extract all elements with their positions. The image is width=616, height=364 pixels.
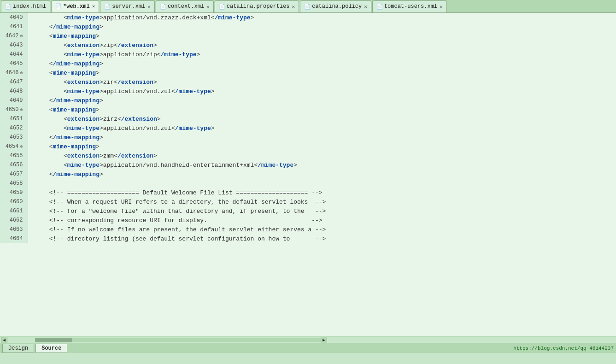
tab-tab-index[interactable]: 📄index.html: [1, 0, 50, 12]
tab-label: context.xml: [168, 3, 204, 10]
scrollbar-track[interactable]: [35, 338, 321, 342]
line-content: <mime-type>application/vnd.zul</mime-typ…: [28, 123, 616, 133]
line-number: 4647: [0, 77, 28, 87]
table-row: 4655 <extension>zmm</extension>: [0, 151, 616, 160]
table-row: 4643 <extension>zip</extension>: [0, 41, 616, 50]
file-icon: 📄: [219, 4, 225, 10]
line-content: </mime-mapping>: [28, 96, 616, 105]
line-number: 4660: [0, 197, 28, 206]
line-content: </mime-mapping>: [28, 59, 616, 68]
line-content: <mime-mapping>: [28, 105, 616, 114]
table-row: 4644 <mime-type>application/zip</mime-ty…: [0, 50, 616, 59]
table-row: 4658: [0, 179, 616, 188]
file-icon: 📄: [160, 4, 166, 10]
bottom-tab-source[interactable]: Source: [35, 344, 67, 353]
line-content: <extension>zir</extension>: [28, 77, 616, 87]
line-number: 4659: [0, 188, 28, 197]
table-row: 4647 <extension>zir</extension>: [0, 77, 616, 87]
file-icon: 📄: [55, 3, 62, 9]
line-number: 4652: [0, 123, 28, 133]
table-row: 4642 <mime-mapping>: [0, 31, 616, 41]
line-number: 4664: [0, 234, 28, 243]
tab-close-btn[interactable]: ✕: [440, 4, 443, 10]
scrollbar-thumb[interactable]: [35, 338, 72, 342]
file-icon: 📄: [104, 4, 111, 10]
line-content: <!-- ==================== Default Welcom…: [28, 188, 616, 197]
table-row: 4664 <!-- directory listing (see default…: [0, 234, 616, 243]
line-content: <!-- directory listing (see default serv…: [28, 234, 616, 243]
table-row: 4645 </mime-mapping>: [0, 59, 616, 68]
table-row: 4640 <mime-type>application/vnd.zzazz.de…: [0, 13, 616, 22]
line-number: 4643: [0, 41, 28, 50]
tab-tab-serverxml[interactable]: 📄server.xml✕: [100, 0, 155, 12]
scroll-right-btn[interactable]: ▶: [321, 337, 327, 343]
file-icon: 📄: [376, 4, 383, 10]
line-content: [28, 179, 616, 188]
line-content: </mime-mapping>: [28, 133, 616, 142]
line-number: 4649: [0, 96, 28, 105]
table-row: 4659 <!-- ==================== Default W…: [0, 188, 616, 197]
line-number: 4641: [0, 22, 28, 31]
code-container[interactable]: 4640 <mime-type>application/vnd.zzazz.de…: [0, 13, 616, 336]
line-content: <mime-type>application/vnd.handheld-ente…: [28, 160, 616, 170]
editor-area: 4640 <mime-type>application/vnd.zzazz.de…: [0, 13, 616, 343]
table-row: 4652 <mime-type>application/vnd.zul</mim…: [0, 123, 616, 133]
scroll-left-btn[interactable]: ◀: [1, 337, 7, 343]
table-row: 4663 <!-- If no welcome files are presen…: [0, 225, 616, 234]
tab-tab-catalinaprops[interactable]: 📄catalina.properties✕: [215, 0, 299, 12]
tab-close-btn[interactable]: ✕: [364, 4, 367, 10]
tab-tab-contextxml[interactable]: 📄context.xml✕: [156, 0, 214, 12]
table-row: 4653 </mime-mapping>: [0, 133, 616, 142]
line-content: <mime-type>application/vnd.zul</mime-typ…: [28, 87, 616, 96]
line-content: <extension>zirz</extension>: [28, 114, 616, 123]
line-number: 4658: [0, 179, 28, 188]
line-number: 4663: [0, 225, 28, 234]
table-row: 4646 <mime-mapping>: [0, 68, 616, 77]
tab-close-btn[interactable]: ✕: [92, 3, 95, 9]
line-number: 4650: [0, 105, 28, 114]
table-row: 4661 <!-- for a "welcome file" within th…: [0, 206, 616, 216]
line-content: <mime-mapping>: [28, 31, 616, 41]
tab-label: tomcat-users.xml: [384, 3, 437, 10]
line-content: <extension>zip</extension>: [28, 41, 616, 50]
line-number: 4654: [0, 142, 28, 151]
line-content: </mime-mapping>: [28, 22, 616, 31]
tab-tab-tomcatusers[interactable]: 📄tomcat-users.xml✕: [372, 0, 447, 12]
line-content: <!-- When a request URI refers to a dire…: [28, 197, 616, 206]
tab-close-btn[interactable]: ✕: [206, 4, 210, 10]
line-number: 4662: [0, 216, 28, 225]
line-content: <mime-mapping>: [28, 142, 616, 151]
tab-label: index.html: [13, 3, 46, 10]
bottom-url: https://blog.csdn.net/qq_46144237: [513, 346, 614, 351]
bottom-tab-design[interactable]: Design: [2, 344, 34, 353]
table-row: 4657 </mime-mapping>: [0, 170, 616, 179]
horizontal-scrollbar[interactable]: ◀ ▶: [0, 336, 616, 343]
line-content: <mime-mapping>: [28, 68, 616, 77]
tab-label: catalina.policy: [312, 3, 362, 10]
table-row: 4649 </mime-mapping>: [0, 96, 616, 105]
line-content: <mime-type>application/vnd.zzazz.deck+xm…: [28, 13, 616, 22]
table-row: 4660 <!-- When a request URI refers to a…: [0, 197, 616, 206]
line-content: <!-- corresponding resource URI for disp…: [28, 216, 616, 225]
line-content: <extension>zmm</extension>: [28, 151, 616, 160]
line-number: 4653: [0, 133, 28, 142]
table-row: 4656 <mime-type>application/vnd.handheld…: [0, 160, 616, 170]
file-icon: 📄: [304, 4, 311, 10]
line-number: 4648: [0, 87, 28, 96]
line-number: 4655: [0, 151, 28, 160]
file-icon: 📄: [5, 4, 12, 10]
table-row: 4648 <mime-type>application/vnd.zul</mim…: [0, 87, 616, 96]
tab-close-btn[interactable]: ✕: [292, 4, 295, 10]
tab-close-btn[interactable]: ✕: [147, 4, 151, 10]
tab-tab-catalinapolicy[interactable]: 📄catalina.policy✕: [300, 0, 371, 12]
tab-tab-webxml[interactable]: 📄*web.xml✕: [51, 0, 99, 12]
line-content: <!-- If no welcome files are present, th…: [28, 225, 616, 234]
table-row: 4662 <!-- corresponding resource URI for…: [0, 216, 616, 225]
table-row: 4641 </mime-mapping>: [0, 22, 616, 31]
table-row: 4651 <extension>zirz</extension>: [0, 114, 616, 123]
line-content: <mime-type>application/zip</mime-type>: [28, 50, 616, 59]
tab-label: catalina.properties: [227, 3, 290, 10]
line-number: 4661: [0, 206, 28, 216]
code-table: 4640 <mime-type>application/vnd.zzazz.de…: [0, 13, 616, 243]
tab-label: server.xml: [112, 3, 145, 10]
